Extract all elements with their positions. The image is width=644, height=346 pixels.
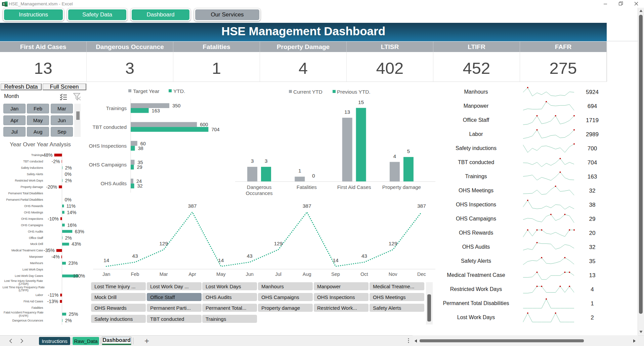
svg-text:Target Year: Target Year bbox=[133, 88, 159, 94]
svg-text:43: 43 bbox=[132, 253, 138, 259]
svg-text:May: May bbox=[216, 271, 226, 277]
svg-text:Mock Drill: Mock Drill bbox=[30, 242, 43, 246]
svg-text:X: X bbox=[3, 2, 5, 6]
svg-text:387: 387 bbox=[188, 203, 197, 209]
svg-text:14: 14 bbox=[218, 257, 224, 263]
svg-text:Safety Alerts: Safety Alerts bbox=[27, 172, 43, 176]
svg-text:2%: 2% bbox=[65, 318, 72, 323]
svg-text:Occurances: Occurances bbox=[246, 190, 272, 196]
svg-text:43: 43 bbox=[247, 253, 252, 259]
svg-text:100%: 100% bbox=[73, 273, 85, 279]
svg-text:Manpower: Manpower bbox=[29, 255, 43, 258]
svg-text:Medical Treatment Case: Medical Treatment Case bbox=[11, 249, 43, 252]
svg-text:Oct: Oct bbox=[360, 271, 368, 277]
svg-text:-48%: -48% bbox=[42, 152, 53, 158]
svg-text:13: 13 bbox=[344, 109, 350, 115]
svg-text:First Aid Cases: First Aid Cases bbox=[24, 300, 43, 303]
svg-text:OHS Campaigns: OHS Campaigns bbox=[89, 162, 127, 167]
svg-text:Property damage: Property damage bbox=[20, 185, 43, 189]
svg-text:-20%: -20% bbox=[46, 184, 57, 190]
svg-text:TBT conducted: TBT conducted bbox=[23, 160, 43, 163]
svg-text:OHS Rewards: OHS Rewards bbox=[24, 204, 43, 208]
svg-text:OHS Inspections: OHS Inspections bbox=[89, 143, 127, 149]
svg-text:25%: 25% bbox=[69, 311, 78, 317]
svg-text:Jan: Jan bbox=[102, 271, 110, 277]
svg-text:704: 704 bbox=[211, 127, 219, 132]
svg-text:-2%: -2% bbox=[52, 159, 60, 164]
svg-text:Dec: Dec bbox=[417, 271, 426, 277]
svg-text:Pemanent Partial Disabilities: Pemanent Partial Disabilities bbox=[6, 198, 43, 201]
svg-text:Apr: Apr bbox=[188, 271, 196, 277]
svg-text:OHS Campaigns: OHS Campaigns bbox=[21, 224, 43, 227]
svg-text:23%: 23% bbox=[69, 260, 78, 266]
svg-text:0: 0 bbox=[312, 173, 315, 179]
svg-text:129: 129 bbox=[274, 241, 283, 246]
svg-text:43: 43 bbox=[361, 253, 367, 259]
svg-text:Lost Work Days: Lost Work Days bbox=[23, 268, 43, 271]
svg-text:5: 5 bbox=[407, 148, 410, 154]
svg-text:OHS Meetings: OHS Meetings bbox=[24, 211, 43, 214]
svg-text:0%: 0% bbox=[65, 171, 72, 177]
svg-text:14: 14 bbox=[333, 257, 339, 263]
svg-text:2%: 2% bbox=[65, 165, 72, 170]
svg-text:(LTISR): (LTISR) bbox=[18, 282, 29, 286]
svg-text:3: 3 bbox=[251, 158, 254, 164]
svg-text:Office Staff: Office Staff bbox=[29, 236, 43, 240]
svg-text:1: 1 bbox=[298, 168, 301, 174]
svg-text:OHS Audits: OHS Audits bbox=[28, 230, 43, 233]
svg-text:387: 387 bbox=[303, 203, 311, 209]
svg-text:-13%: -13% bbox=[47, 299, 58, 304]
svg-text:2%: 2% bbox=[65, 235, 72, 241]
svg-text:Mar: Mar bbox=[160, 271, 168, 277]
svg-text:Aug: Aug bbox=[303, 271, 311, 277]
svg-text:129: 129 bbox=[159, 241, 168, 246]
svg-text:Safety inductions: Safety inductions bbox=[21, 166, 43, 169]
svg-text:(FAFR): (FAFR) bbox=[19, 314, 28, 317]
svg-text:Nov: Nov bbox=[389, 271, 398, 277]
svg-text:43%: 43% bbox=[72, 241, 81, 247]
svg-text:Jun: Jun bbox=[246, 271, 253, 277]
svg-text:15: 15 bbox=[358, 99, 364, 105]
svg-text:First Aid Cases: First Aid Cases bbox=[337, 184, 371, 190]
svg-text:OHS Audits: OHS Audits bbox=[100, 181, 127, 186]
svg-text:387: 387 bbox=[417, 203, 426, 209]
svg-text:3: 3 bbox=[265, 158, 268, 164]
svg-text:Previous YTD.: Previous YTD. bbox=[337, 89, 371, 95]
svg-text:Property damage: Property damage bbox=[382, 184, 421, 190]
svg-text:16%: 16% bbox=[67, 223, 77, 228]
svg-text:Feb: Feb bbox=[131, 271, 139, 277]
svg-text:TBT conducted: TBT conducted bbox=[93, 124, 127, 130]
svg-text:Lost Work Day Cases: Lost Work Day Cases bbox=[15, 274, 43, 278]
svg-text:Jul: Jul bbox=[275, 271, 282, 277]
svg-text:600: 600 bbox=[200, 122, 208, 127]
svg-text:YTD.: YTD. bbox=[173, 88, 185, 94]
svg-text:Fatalities: Fatalities bbox=[297, 184, 317, 190]
svg-text:Pemanent Total Disabilities: Pemanent Total Disabilities bbox=[8, 192, 43, 195]
svg-text:11%: 11% bbox=[67, 203, 76, 209]
svg-text:Dangerous: Dangerous bbox=[247, 184, 271, 190]
svg-text:-35%: -35% bbox=[44, 248, 55, 253]
svg-text:350: 350 bbox=[172, 103, 180, 108]
svg-text:32: 32 bbox=[137, 183, 143, 189]
svg-text:-4%: -4% bbox=[51, 254, 60, 259]
svg-text:63%: 63% bbox=[75, 229, 84, 234]
svg-text:(LTIFR): (LTIFR) bbox=[18, 289, 28, 292]
svg-text:2%: 2% bbox=[65, 178, 72, 183]
svg-text:-10%: -10% bbox=[48, 216, 59, 221]
svg-text:Manhours: Manhours bbox=[30, 261, 43, 265]
svg-text:38: 38 bbox=[138, 146, 143, 151]
svg-text:0%: 0% bbox=[65, 197, 72, 202]
svg-text:14: 14 bbox=[103, 257, 110, 263]
svg-text:Dangerous Occurances: Dangerous Occurances bbox=[12, 319, 43, 322]
svg-text:14%: 14% bbox=[67, 210, 76, 215]
svg-text:Trainings: Trainings bbox=[106, 105, 127, 111]
svg-text:Restricted Work Days: Restricted Work Days bbox=[15, 179, 43, 182]
svg-text:Labor: Labor bbox=[36, 293, 43, 297]
svg-text:-11%: -11% bbox=[48, 292, 59, 298]
svg-text:4: 4 bbox=[393, 153, 396, 159]
svg-text:163: 163 bbox=[152, 108, 160, 113]
svg-text:Fatalities: Fatalities bbox=[32, 306, 43, 309]
svg-text:29: 29 bbox=[137, 164, 142, 170]
svg-text:Current YTD: Current YTD bbox=[293, 89, 323, 95]
svg-text:OHS Inspections: OHS Inspections bbox=[21, 217, 43, 220]
